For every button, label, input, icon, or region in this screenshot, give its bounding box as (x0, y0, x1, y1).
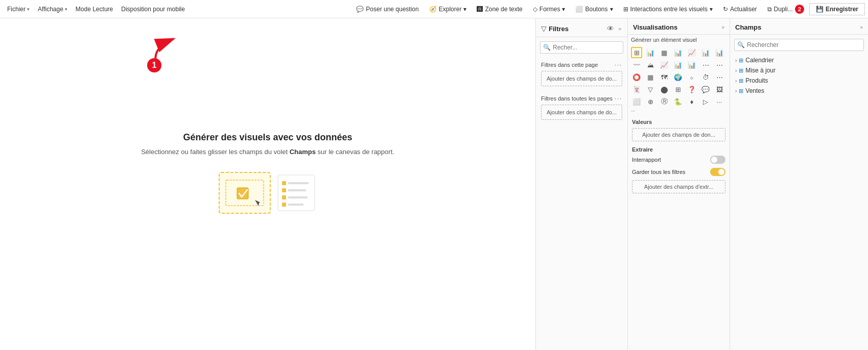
canvas-illustration (217, 170, 319, 216)
filters-search-input[interactable] (540, 41, 623, 54)
filter-section-page-dots[interactable]: ··· (615, 62, 622, 68)
viz-icon-text[interactable]: 💬 (700, 84, 711, 95)
btn-zone-texte[interactable]: 🅰 Zone de texte (472, 4, 527, 15)
viz-icon-slicer[interactable]: ⬤ (659, 84, 670, 95)
viz-icon-play[interactable]: ▷ (700, 96, 711, 107)
champs-item-maj[interactable]: › ⊞ Mise à jour (733, 65, 865, 76)
badge-2: 2 (795, 5, 804, 14)
boutons-chevron: ▾ (610, 6, 613, 13)
menubar: Fichier ▾ Affichage ▾ Mode Lecture Dispo… (0, 0, 868, 18)
extraire-add-btn[interactable]: Ajouter des champs d'extr... (632, 180, 725, 193)
viz-icon-bar[interactable]: 📊 (645, 47, 656, 58)
svg-rect-11 (288, 189, 306, 191)
champs-search-input[interactable] (734, 39, 864, 51)
svg-rect-12 (282, 195, 286, 199)
right-panels: ▽ Filtres 👁 » 🔍 Filtres dans cette page … (536, 18, 868, 350)
viz-icon-map[interactable]: 🗺 (659, 71, 670, 83)
filter-section-all: Filtres dans toutes les pages ··· Ajoute… (536, 91, 627, 125)
viz-icon-bar5[interactable]: 📊 (714, 47, 725, 58)
viz-icon-stacked[interactable]: ▦ (659, 47, 670, 58)
btn-actualiser[interactable]: ↻ Actualiser (718, 4, 762, 15)
filters-search: 🔍 (540, 41, 623, 54)
viz-icon-shape[interactable]: ⬜ (631, 96, 642, 107)
filter-section-all-label: Filtres dans toutes les pages (541, 95, 613, 102)
filters-panel: ▽ Filtres 👁 » 🔍 Filtres dans cette page … (536, 18, 628, 350)
champs-expand-btn[interactable]: » (860, 24, 863, 30)
viz-icon-scatter[interactable]: ⋯ (700, 59, 711, 70)
btn-interactions[interactable]: ⊞ Interactions entre les visuels ▾ (618, 4, 718, 15)
champs-tree: › ⊞ Calendrier › ⊞ Mise à jour › ⊞ Produ… (730, 55, 868, 350)
shapes-icon: ◇ (533, 6, 537, 13)
viz-icon-bar3[interactable]: 📈 (686, 47, 697, 58)
btn-poser-question[interactable]: 💬 Poser une question (351, 4, 424, 15)
filter-section-all-dots[interactable]: ··· (615, 95, 622, 102)
ventes-label: Ventes (745, 87, 764, 94)
interaction-icon: ⊞ (623, 6, 628, 13)
save-icon: 💾 (816, 6, 824, 13)
champs-item-ventes[interactable]: › ⊞ Ventes (733, 86, 865, 96)
viz-icon-kpi[interactable]: ⋯ (714, 71, 725, 83)
menu-mode-lecture[interactable]: Mode Lecture (72, 4, 117, 15)
btn-enregistrer[interactable]: 💾 Enregistrer (809, 3, 865, 15)
menubar-right: 💬 Poser une question 🧭 Explorer ▾ 🅰 Zone… (351, 3, 865, 16)
filter-section-all-header: Filtres dans toutes les pages ··· (541, 95, 622, 102)
viz-icon-line[interactable]: 〰 (631, 59, 642, 70)
filter-add-page-btn[interactable]: Ajouter des champs de do... (541, 71, 622, 86)
viz-icon-bar4[interactable]: 📊 (700, 47, 711, 58)
viz-icon-filter[interactable]: ▽ (645, 84, 656, 95)
viz-icon-diamond[interactable]: ♦ (686, 96, 697, 107)
viz-header: Visualisations » (628, 18, 730, 35)
svg-rect-14 (282, 203, 286, 207)
champs-item-produits[interactable]: › ⊞ Produits (733, 76, 865, 86)
filters-visibility-btn[interactable]: 👁 (606, 23, 615, 34)
menu-affichage-label: Affichage (38, 6, 63, 13)
menu-affichage[interactable]: Affichage ▾ (34, 4, 72, 15)
textbox-icon: 🅰 (477, 6, 483, 13)
garder-filtres-toggle[interactable] (710, 168, 725, 176)
btn-formes[interactable]: ◇ Formes ▾ (528, 4, 571, 15)
filter-add-all-btn[interactable]: Ajouter des champs de do... (541, 105, 622, 120)
viz-icon-area[interactable]: ⛰ (645, 59, 656, 70)
viz-icon-treemap[interactable]: ▦ (645, 71, 656, 83)
svg-rect-13 (288, 196, 308, 198)
btn-boutons-label: Boutons (585, 6, 607, 13)
viz-icon-add[interactable]: ⊕ (645, 96, 656, 107)
viz-icon-pie[interactable]: ⋯ (714, 59, 725, 70)
btn-explorer[interactable]: 🧭 Explorer ▾ (424, 4, 472, 15)
menu-disposition[interactable]: Disposition pour mobile (117, 4, 189, 15)
viz-icon-donut[interactable]: ⭕ (631, 71, 642, 83)
valeurs-add-btn[interactable]: Ajouter des champs de don... (632, 128, 725, 141)
viz-icon-table[interactable]: ⊞ (631, 47, 642, 58)
champs-item-calendrier[interactable]: › ⊞ Calendrier (733, 55, 865, 65)
viz-expand-btn[interactable]: » (721, 24, 724, 30)
viz-icon-image[interactable]: 🖼 (714, 84, 725, 95)
menu-fichier[interactable]: Fichier ▾ (3, 4, 34, 15)
viz-icon-map2[interactable]: 🌍 (672, 71, 684, 83)
viz-icon-qna[interactable]: ❓ (686, 84, 697, 95)
viz-icon-dots[interactable]: ··· (714, 96, 725, 107)
viz-icon-py[interactable]: 🐍 (672, 96, 684, 107)
viz-icon-ribbon[interactable]: 📊 (672, 59, 684, 70)
filters-title: Filtres (549, 25, 604, 33)
viz-icon-funnel[interactable]: ⬦ (686, 71, 697, 83)
compass-icon: 🧭 (429, 6, 437, 13)
filter-section-page-label: Filtres dans cette page (541, 62, 598, 68)
viz-icon-waterfall[interactable]: 📊 (686, 59, 697, 70)
interrapport-row: Interrapport (628, 154, 730, 166)
subtitle-prefix: Sélectionnez ou faites glisser les champ… (141, 148, 290, 156)
interactions-chevron: ▾ (710, 6, 713, 13)
viz-icon-r[interactable]: Ⓡ (659, 96, 670, 107)
viz-icon-gauge[interactable]: ⏱ (700, 71, 711, 83)
viz-icon-matrix[interactable]: ⊞ (672, 84, 684, 95)
duplicate-icon: ⧉ (767, 6, 772, 13)
viz-icon-area2[interactable]: 📈 (659, 59, 670, 70)
btn-dupliquer[interactable]: ⧉ Dupli... 2 (762, 3, 809, 16)
viz-icon-bar2[interactable]: 📊 (672, 47, 684, 58)
btn-boutons[interactable]: ⬜ Boutons ▾ (570, 4, 618, 15)
interrapport-toggle[interactable] (710, 156, 725, 164)
btn-zone-texte-label: Zone de texte (485, 6, 522, 13)
filters-header: ▽ Filtres 👁 » (536, 18, 627, 37)
filters-expand-btn[interactable]: » (617, 25, 622, 33)
viz-icon-card[interactable]: 🃏 (631, 84, 642, 95)
viz-more-btn[interactable]: ··· (628, 108, 730, 116)
